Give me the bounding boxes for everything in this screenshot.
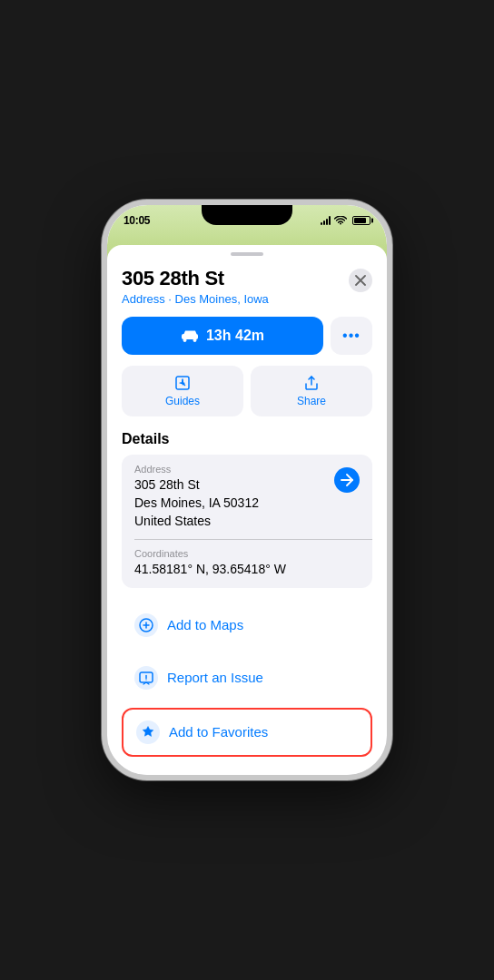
svg-point-8 [145,679,146,680]
card-header: 305 28th St Address · Des Moines, Iowa [107,267,387,317]
address-label: Address [134,464,259,475]
phone-screen: 10:05 [107,205,387,775]
directions-time: 13h 42m [206,328,264,344]
address-content: Address 305 28th St Des Moines, IA 50312… [134,464,259,530]
secondary-actions: Guides Share [107,366,387,431]
directions-from-address-button[interactable] [334,467,360,493]
report-issue-item[interactable]: Report an Issue [122,655,372,701]
add-to-favorites-label: Add to Favorites [169,724,268,740]
directions-row: 13h 42m ••• [107,317,387,366]
notch [202,205,292,225]
share-label: Share [297,395,326,407]
guides-icon [174,375,191,391]
more-button[interactable]: ••• [331,317,372,355]
details-card: Address 305 28th St Des Moines, IA 50312… [122,455,372,587]
directions-arrow-icon [341,474,353,486]
coordinates-row: Coordinates 41.58181° N, 93.65418° W [122,539,372,588]
title-block: 305 28th St Address · Des Moines, Iowa [122,267,269,306]
share-button[interactable]: Share [251,366,372,416]
place-title: 305 28th St [122,267,269,290]
svg-rect-5 [183,381,184,386]
add-to-favorites-item[interactable]: Add to Favorites [124,710,370,755]
address-row: Address 305 28th St Des Moines, IA 50312… [122,455,372,539]
guides-label: Guides [165,395,200,407]
report-icon-wrapper [134,666,158,690]
subtitle-location: Des Moines, Iowa [175,292,269,306]
report-issue-label: Report an Issue [167,670,263,685]
status-icons [321,216,370,226]
phone-frame: 10:05 [102,200,392,780]
coordinates-content: Coordinates 41.58181° N, 93.65418° W [134,548,286,579]
signal-icon [321,216,331,225]
svg-point-2 [193,339,196,342]
report-issue-section: Report an Issue [122,655,372,701]
wifi-icon [334,216,347,226]
car-icon [181,328,199,343]
plus-circle-icon [139,618,153,632]
address-line2: Des Moines, IA 50312 [134,495,259,513]
subtitle-prefix: Address · [122,292,175,306]
drag-handle [231,252,263,256]
close-icon [355,275,366,286]
address-line3: United States [134,513,259,531]
share-icon [303,375,320,391]
bottom-sheet: 305 28th St Address · Des Moines, Iowa [107,245,387,775]
coordinates-label: Coordinates [134,548,286,559]
guides-button[interactable]: Guides [122,366,243,416]
add-to-maps-icon-wrapper [134,613,158,637]
battery-icon [352,216,370,225]
details-section-title: Details [107,431,387,455]
more-icon: ••• [342,328,361,344]
star-icon [141,725,155,740]
svg-point-1 [183,339,186,342]
address-line1: 305 28th St [134,476,259,495]
add-to-maps-label: Add to Maps [167,617,243,632]
status-time: 10:05 [124,214,150,227]
place-subtitle: Address · Des Moines, Iowa [122,292,269,306]
coordinates-value: 41.58181° N, 93.65418° W [134,561,286,579]
add-to-favorites-section: Add to Favorites [122,708,372,757]
report-icon [139,671,153,685]
close-button[interactable] [349,269,372,292]
svg-rect-0 [182,334,198,339]
add-to-maps-item[interactable]: Add to Maps [122,603,372,648]
directions-button[interactable]: 13h 42m [122,317,323,355]
add-to-maps-section: Add to Maps [122,603,372,648]
favorites-icon-wrapper [136,720,160,744]
